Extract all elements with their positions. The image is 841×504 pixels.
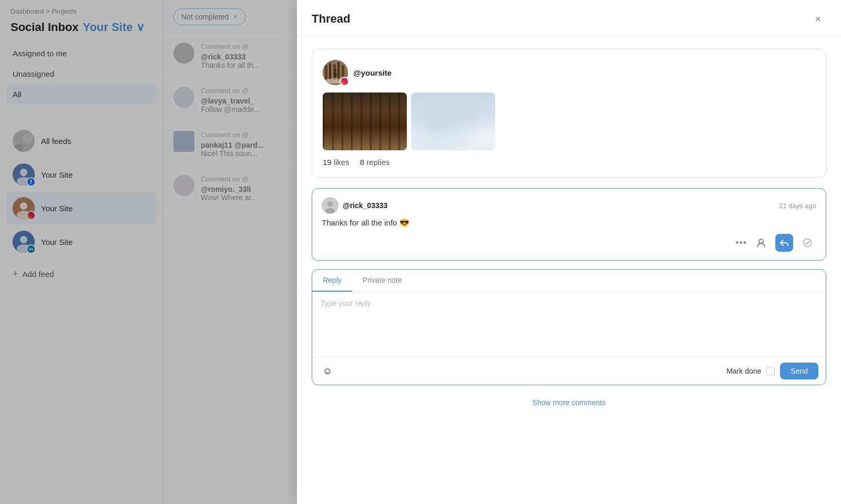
post-likes-count: 19: [323, 158, 332, 167]
svg-rect-14: [325, 65, 327, 80]
post-replies-stat: 8 replies: [360, 158, 390, 167]
reply-action-button[interactable]: [775, 234, 793, 252]
modal-close-button[interactable]: ×: [809, 11, 826, 27]
svg-point-20: [334, 72, 337, 77]
mark-done-label: Mark done: [726, 367, 761, 375]
reply-textarea[interactable]: [312, 292, 826, 355]
svg-point-26: [804, 239, 812, 247]
thread-comment-time: 21 days ago: [779, 202, 816, 210]
modal-body: @yoursite 19 likes 8 replies: [297, 36, 841, 504]
svg-rect-17: [337, 62, 340, 80]
thread-comment: @rick_03333 21 days ago Thanks for all t…: [312, 188, 826, 261]
post-images: [323, 92, 815, 150]
post-author: @yoursite: [323, 60, 815, 85]
assign-button[interactable]: [752, 234, 770, 252]
show-more-comments: Show more comments: [312, 394, 826, 412]
post-likes-stat: 19 likes: [323, 158, 350, 167]
svg-point-23: [327, 201, 333, 207]
post-card: @yoursite 19 likes 8 replies: [312, 49, 826, 178]
svg-point-25: [759, 239, 763, 243]
post-ig-badge-icon: [340, 77, 349, 86]
mark-done-action-button[interactable]: [798, 234, 816, 252]
reply-box: Reply Private note ☺ Mark done Send: [312, 269, 826, 385]
post-username: @yoursite: [353, 68, 392, 77]
thread-comment-actions: •••: [322, 234, 816, 252]
more-options-button[interactable]: •••: [735, 238, 747, 249]
modal-header: Thread ×: [297, 0, 841, 36]
thread-comment-header: @rick_03333 21 days ago: [322, 197, 816, 214]
post-avatar: [323, 60, 348, 85]
emoji-button[interactable]: ☺: [320, 363, 335, 379]
tab-reply[interactable]: Reply: [312, 270, 352, 292]
svg-point-24: [325, 208, 335, 213]
modal-overlay: Thread ×: [0, 0, 841, 504]
send-button[interactable]: Send: [780, 363, 818, 379]
post-image-snow: [411, 92, 495, 150]
reply-footer-right: Mark done Send: [726, 363, 818, 379]
post-image-forest: [323, 92, 407, 150]
reply-tabs: Reply Private note: [312, 270, 826, 292]
show-more-link[interactable]: Show more comments: [532, 398, 606, 407]
post-replies-count: 8: [360, 158, 364, 167]
post-likes-label: likes: [334, 158, 350, 167]
thread-comment-avatar: [322, 197, 339, 214]
thread-comment-text: Thanks for all the info 😎: [322, 218, 816, 228]
thread-comment-author: @rick_03333: [322, 197, 387, 214]
post-stats: 19 likes 8 replies: [323, 158, 815, 167]
thread-modal: Thread ×: [297, 0, 841, 504]
mark-done-checkbox[interactable]: [766, 367, 775, 375]
reply-footer: ☺ Mark done Send: [312, 357, 826, 385]
thread-comment-username: @rick_03333: [343, 201, 387, 210]
post-replies-label: replies: [366, 158, 389, 167]
tab-private-note[interactable]: Private note: [352, 270, 413, 292]
svg-rect-16: [333, 64, 336, 80]
svg-rect-15: [329, 63, 331, 80]
svg-point-21: [334, 69, 337, 72]
modal-title: Thread: [312, 12, 350, 26]
